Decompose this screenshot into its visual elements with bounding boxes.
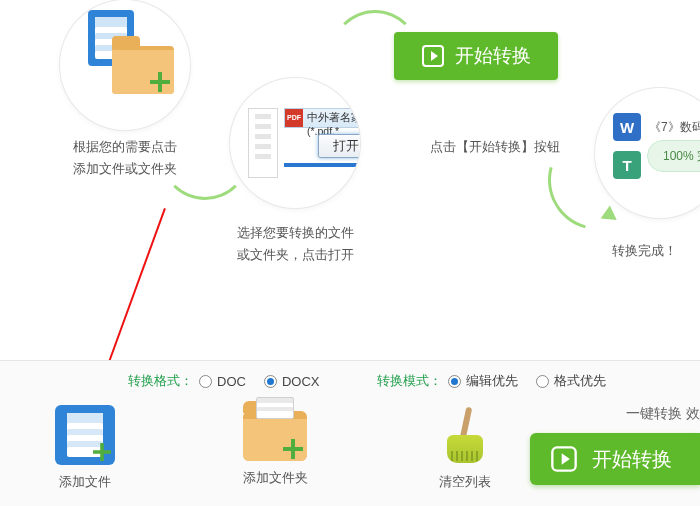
mode-label: 转换模式： [377,372,442,390]
start-convert-button[interactable]: 开始转换 [530,433,700,485]
mode-format-radio[interactable]: 格式优先 [536,372,606,390]
step4-progress-bubble: 100% 完成 [647,140,700,172]
step4-caption: 转换完成！ [584,240,700,262]
tagline: 一键转换 效 [626,405,700,423]
toolbar: 转换格式： DOC DOCX 转换模式： 编辑优先 格式优先 添加文件 添加文件… [0,360,700,506]
word-badge-icon: W [613,113,641,141]
step1-illustration [60,0,190,130]
step2-illustration: PDF 中外著名家(*.pdf,* 打开 [230,78,360,208]
text-badge-icon: T [613,151,641,179]
format-label: 转换格式： [128,372,193,390]
play-icon [421,44,445,68]
callout-arrow [100,208,166,385]
open-button-illustration: 打开 [318,134,360,158]
add-folder-icon [243,411,307,461]
folder-icon [112,46,174,94]
play-icon [550,445,578,473]
step4-file1: 《7》数码摄 [649,119,700,136]
pdf-badge-icon: PDF [285,109,303,127]
broom-icon [435,405,495,465]
format-docx-radio[interactable]: DOCX [264,374,320,389]
mode-edit-radio[interactable]: 编辑优先 [448,372,518,390]
add-folder-button[interactable]: 添加文件夹 [220,405,330,505]
step2-caption: 选择您要转换的文件 或文件夹，点击打开 [214,222,376,266]
step3-start-button-illustration: 开始转换 [394,32,558,80]
options-row: 转换格式： DOC DOCX 转换模式： 编辑优先 格式优先 [128,369,700,393]
add-file-button[interactable]: 添加文件 [30,405,140,505]
format-doc-radio[interactable]: DOC [199,374,246,389]
add-file-icon [55,405,115,465]
clear-list-button[interactable]: 清空列表 [410,405,520,505]
